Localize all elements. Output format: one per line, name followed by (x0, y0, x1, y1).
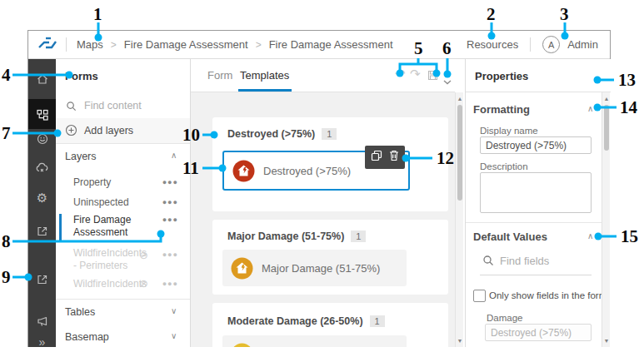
settings-gear-icon[interactable]: ⚙ (28, 191, 56, 206)
scroll-down-arrow[interactable]: ▼ (456, 338, 464, 344)
description-textarea[interactable] (480, 172, 592, 213)
layer-row-wildfire-incidents[interactable]: WildfireIncidents ⊘ ●●● (56, 275, 190, 294)
layer-label: Fire Damage Assessment (73, 214, 150, 239)
properties-scrollbar[interactable]: ▲ ▼ (602, 92, 610, 347)
layer-row-wildfire-perimeters[interactable]: WildfireIncidents - Perimeters ⊘ ●●● (56, 245, 190, 274)
add-layers-label: Add layers (84, 125, 133, 136)
overflow-menu-icon[interactable]: ●●● (162, 198, 178, 206)
overflow-menu-icon[interactable]: ●●● (162, 250, 178, 259)
app-window: Maps > Fire Damage Assessment > Fire Dam… (27, 30, 611, 347)
scroll-down-arrow[interactable]: ▼ (602, 338, 611, 344)
undo-icon[interactable]: ↶ (395, 67, 406, 82)
major-damage-house-icon (231, 257, 253, 280)
group-title-text: Destroyed (>75%) (227, 128, 315, 140)
group-title: Major Damage (51-75%)1 (227, 231, 366, 242)
template-item-label: Major Damage (51-75%) (262, 262, 380, 275)
add-circle-icon (65, 124, 77, 140)
count-badge: 1 (370, 315, 385, 327)
chevron-up-icon: ∧ (171, 151, 177, 160)
search-icon (482, 255, 494, 270)
tables-section-header[interactable]: Tables (65, 306, 95, 318)
duplicate-icon[interactable] (371, 150, 382, 165)
description-label: Description (480, 161, 528, 171)
offline-cloud-icon[interactable] (28, 160, 56, 175)
tab-form[interactable]: Form (207, 69, 232, 82)
add-layers-button[interactable]: Add layers (56, 118, 190, 144)
display-name-input[interactable] (480, 136, 592, 154)
geofences-icon[interactable] (28, 131, 56, 146)
damage-field-label: Damage (487, 313, 522, 323)
template-group-moderate-damage: Moderate Damage (26-50%)1 Moderate Damag… (212, 303, 448, 347)
scroll-up-arrow[interactable]: ▲ (602, 96, 611, 102)
forms-icon[interactable] (28, 107, 56, 121)
top-bar: Maps > Fire Damage Assessment > Fire Dam… (28, 31, 610, 59)
breadcrumb-current: Fire Damage Assessment (269, 38, 393, 51)
group-title: Moderate Damage (26-50%)1 (227, 315, 385, 327)
sharing-icon[interactable] (28, 223, 56, 238)
overflow-menu-icon[interactable]: ●●● (162, 280, 178, 288)
default-values-section-header[interactable]: Default Values (473, 231, 547, 243)
save-menu-chevron-icon[interactable] (443, 73, 452, 88)
callout-8: 8 (2, 231, 11, 252)
arcgis-field-maps-logo[interactable] (37, 34, 58, 55)
overflow-menu-icon[interactable]: ●●● (162, 178, 178, 186)
selected-layer-indicator (59, 214, 62, 240)
prohibited-icon: ⊘ (139, 277, 148, 290)
templates-panel: Form Templates ↶ ↷ Destroyed (>75%)1 Des… (191, 59, 466, 347)
layers-section-header[interactable]: Layers (65, 151, 97, 162)
feedback-megaphone-icon[interactable] (28, 313, 56, 328)
divider (466, 222, 602, 223)
overflow-menu-icon[interactable]: ●●● (162, 216, 178, 224)
layer-row-uninspected[interactable]: Uninspected ●●● (56, 194, 190, 212)
search-icon (66, 100, 77, 115)
callout-1: 1 (93, 4, 102, 25)
search-underline (480, 275, 592, 275)
search-placeholder: Find content (84, 100, 142, 112)
callout-10: 10 (182, 125, 200, 146)
find-content-search[interactable]: Find content (56, 93, 190, 119)
find-fields-placeholder[interactable]: Find fields (500, 255, 549, 267)
open-in-map-viewer-icon[interactable] (28, 271, 56, 286)
callout-9: 9 (2, 267, 11, 288)
home-icon[interactable] (28, 71, 56, 86)
only-show-fields-checkbox[interactable] (473, 290, 486, 302)
template-item-major-damage[interactable]: Major Damage (51-75%) (222, 250, 407, 286)
scrollbar-thumb[interactable] (604, 105, 609, 151)
chevron-right-icon: > (256, 39, 262, 51)
delete-trash-icon[interactable] (389, 150, 399, 165)
templates-scrollbar[interactable]: ▲ ▼ (455, 92, 463, 347)
callout-7: 7 (2, 123, 11, 144)
divider (66, 37, 67, 52)
layer-label: WildfireIncidents (73, 278, 147, 290)
avatar[interactable]: A (542, 36, 560, 53)
user-menu-admin[interactable]: Admin (567, 38, 598, 51)
tab-templates[interactable]: Templates (240, 69, 289, 82)
layer-row-fire-damage-assessment[interactable]: Fire Damage Assessment ●●● (56, 212, 190, 242)
damage-field-value[interactable] (485, 324, 592, 341)
save-icon[interactable] (427, 69, 439, 85)
scroll-up-arrow[interactable]: ▲ (456, 96, 464, 102)
group-title-text: Moderate Damage (26-50%) (227, 315, 363, 327)
scrollbar-thumb[interactable] (457, 105, 462, 201)
moderate-damage-house-icon (231, 343, 253, 348)
divider (56, 299, 190, 300)
layer-label: Property (73, 176, 111, 189)
chevron-up-icon[interactable]: ∧ (587, 104, 593, 113)
template-item-moderate-damage[interactable]: Moderate Damage (26-50%) (222, 335, 407, 347)
chevron-up-icon[interactable]: ∧ (587, 231, 593, 240)
template-item-label: Destroyed (>75%) (263, 165, 351, 177)
resources-menu[interactable]: Resources (467, 38, 518, 51)
template-group-major-damage: Major Damage (51-75%)1 Major Damage (51-… (212, 220, 448, 295)
breadcrumb-map-name[interactable]: Fire Damage Assessment (124, 38, 248, 51)
layer-row-property[interactable]: Property ●●● (56, 174, 190, 192)
basemap-section-header[interactable]: Basemap (65, 331, 109, 343)
formatting-section-header[interactable]: Formatting (473, 103, 530, 116)
destroyed-house-icon (232, 160, 255, 182)
chevron-down-icon: ∨ (171, 331, 177, 340)
display-name-label: Display name (480, 126, 538, 136)
redo-icon[interactable]: ↷ (410, 67, 421, 82)
group-title: Destroyed (>75%)1 (227, 128, 337, 140)
breadcrumb-maps[interactable]: Maps (77, 38, 103, 51)
template-group-destroyed: Destroyed (>75%)1 Destroyed (>75%) (212, 117, 448, 211)
collapse-sidebar-icon[interactable]: » (28, 335, 56, 350)
